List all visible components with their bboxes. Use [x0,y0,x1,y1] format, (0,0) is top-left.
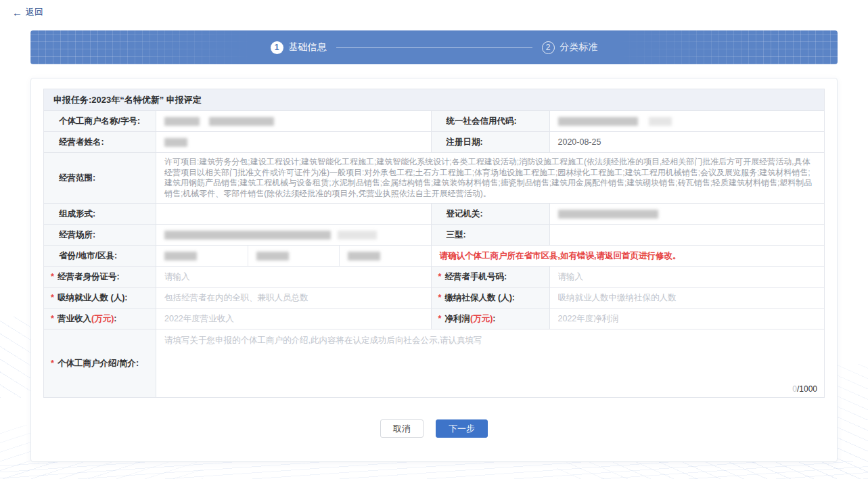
id-number-cell [156,267,431,287]
step-2-label: 分类标准 [560,41,598,53]
redacted-value [649,117,672,126]
region-district-select[interactable] [340,246,431,266]
row-employees-social: * 吸纳就业人数 (人): * 缴纳社保人数 (人): [44,287,824,308]
redacted-value [256,252,289,260]
business-scope-text: 许可项目:建筑劳务分包;建设工程设计;建筑智能化工程施工;建筑智能化系统设计;各… [156,153,824,203]
task-title: 申报任务:2023年“名特优新” 申报评定 [44,89,824,110]
row-intro: * 个体工商户介绍/简介: 0/1000 [44,329,824,397]
business-premises-value [156,225,431,245]
social-security-input[interactable] [550,288,825,307]
three-type-label: 三型: [431,225,549,245]
region-province-select[interactable] [156,246,248,266]
form-actions: 取消 下一步 [43,419,825,438]
net-profit-label-text: 净利润 [445,313,471,325]
employees-cell [156,288,431,308]
redacted-value [558,210,658,219]
phone-label-text: 经营者手机号码: [445,271,507,283]
revenue-unit: (万元) [91,313,114,325]
required-mark: * [51,272,58,281]
redacted-value [348,252,380,260]
redacted-value [164,117,200,126]
net-profit-unit: (万元) [470,313,493,325]
step-1-circle: 1 [271,41,283,54]
application-form-page: ← 返回 1 基础信息 2 分类标准 申报任务:2023年“名特优新” 申报评定… [0,0,868,479]
revenue-input[interactable] [156,309,431,328]
social-security-label: * 缴纳社保人数 (人): [431,288,549,308]
social-security-cell [549,288,825,308]
registration-authority-value [549,204,825,224]
required-mark: * [438,293,445,302]
step-basic-info: 1 基础信息 [271,41,327,54]
row-revenue-profit: * 营业收入 (万元) : * 净利润 (万元) : [44,308,824,329]
intro-label-text: 个体工商户介绍/简介: [58,358,139,369]
row-operator-regdate: 经营者姓名: 注册日期: 2020-08-25 [44,131,824,152]
id-number-label-text: 经营者身份证号: [58,271,120,283]
register-date-label: 注册日期: [431,132,549,152]
region-note-text: 请确认个体工商户所在省市区县,如有错误,请返回首页进行修改。 [440,250,681,262]
registration-authority-label: 登记机关: [431,204,549,224]
net-profit-colon: : [493,314,495,323]
credit-code-value [549,111,825,131]
business-name-value [156,111,431,131]
phone-input[interactable] [550,267,825,286]
form-card: 申报任务:2023年“名特优新” 申报评定 个体工商户名称/字号: 统一社会信用… [30,78,838,462]
business-scope-label: 经营范围: [44,153,156,203]
back-arrow-icon: ← [12,7,22,18]
char-count-current: 0 [792,384,797,394]
char-count-max: /1000 [797,384,817,394]
revenue-cell [156,309,431,329]
credit-code-label: 统一社会信用代码: [431,111,549,131]
required-mark: * [51,314,58,323]
social-security-label-text: 缴纳社保人数 (人): [445,292,515,304]
id-number-label: * 经营者身份证号: [44,267,156,287]
redacted-value [338,231,377,240]
step-2-circle: 2 [542,41,555,54]
revenue-colon: : [114,314,116,323]
region-label: 省份/地市/区县: [44,246,156,266]
redacted-value [164,231,331,240]
step-classification: 2 分类标准 [542,41,598,54]
intro-cell: 0/1000 [156,329,824,397]
redacted-value [164,138,187,147]
redacted-value [209,117,274,126]
composition-form-value [156,204,431,224]
back-label: 返回 [26,6,43,18]
region-select-group [156,246,431,266]
employees-label: * 吸纳就业人数 (人): [44,288,156,308]
back-link[interactable]: ← 返回 [12,6,43,18]
net-profit-label: * 净利润 (万元) : [431,309,549,329]
stepper: 1 基础信息 2 分类标准 [30,30,838,64]
region-city-select[interactable] [248,246,340,266]
row-premises-threetype: 经营场所: 三型: [44,224,824,245]
required-mark: * [51,359,58,368]
cancel-button[interactable]: 取消 [380,419,424,438]
employees-input[interactable] [156,288,431,307]
char-counter: 0/1000 [792,384,817,394]
required-mark: * [438,314,445,323]
row-business-scope: 经营范围: 许可项目:建筑劳务分包;建设工程设计;建筑智能化工程施工;建筑智能化… [44,152,824,203]
decor-wave-bottom [0,461,868,479]
intro-textarea[interactable] [156,329,824,378]
redacted-value [558,117,638,126]
register-date-value: 2020-08-25 [549,132,825,152]
three-type-value [549,225,825,245]
business-premises-label: 经营场所: [44,225,156,245]
row-composition-authority: 组成形式: 登记机关: [44,203,824,224]
next-step-button[interactable]: 下一步 [436,419,488,438]
employees-label-text: 吸纳就业人数 (人): [58,292,127,304]
operator-name-value [156,132,431,152]
step-1-label: 基础信息 [289,41,327,53]
row-name-creditcode: 个体工商户名称/字号: 统一社会信用代码: [44,110,824,131]
revenue-label: * 营业收入 (万元) : [44,309,156,329]
business-scope-value: 许可项目:建筑劳务分包;建设工程设计;建筑智能化工程施工;建筑智能化系统设计;各… [156,153,824,203]
redacted-value [164,252,197,260]
region-value [156,246,431,266]
id-number-input[interactable] [156,267,431,286]
form-table: 申报任务:2023年“名特优新” 申报评定 个体工商户名称/字号: 统一社会信用… [43,89,825,398]
net-profit-input[interactable] [550,309,825,328]
required-mark: * [51,293,58,302]
business-name-label: 个体工商户名称/字号: [44,111,156,131]
phone-cell [549,267,825,287]
region-note: 请确认个体工商户所在省市区县,如有错误,请返回首页进行修改。 [431,246,825,266]
phone-label: * 经营者手机号码: [431,267,549,287]
